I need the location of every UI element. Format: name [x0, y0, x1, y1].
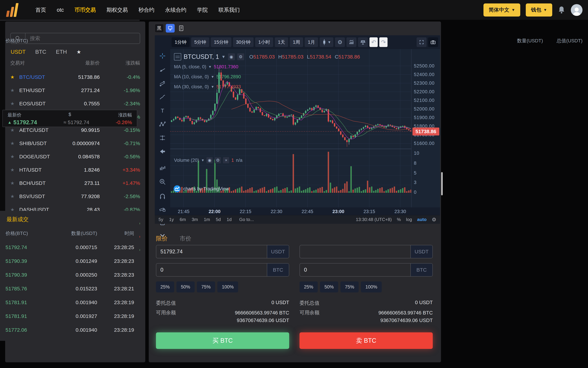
- range-button-6m[interactable]: 6m: [180, 217, 186, 222]
- sell-amount-input[interactable]: [300, 264, 410, 276]
- sell-submit-button[interactable]: 卖 BTC: [299, 332, 433, 349]
- scrollbar-thumb[interactable]: [441, 172, 443, 195]
- zoom-in-tool[interactable]: [158, 177, 167, 187]
- range-button-3m[interactable]: 3m: [192, 217, 198, 222]
- nav-item-6[interactable]: 学院: [197, 6, 208, 14]
- watchlist-row-bsv[interactable]: ★BSV/USDT77.9208-2.56%: [5, 190, 145, 203]
- range-button-5y[interactable]: 5y: [158, 217, 163, 222]
- goto-button[interactable]: Go to...: [239, 217, 254, 222]
- star-icon[interactable]: ★: [10, 88, 19, 93]
- watchlist-row-shib[interactable]: ★SHIB/USDT0.00000974-0.71%: [5, 137, 145, 150]
- volume-legend[interactable]: Volume (20)▼ ◉ ⚙ × 1 n/a: [174, 157, 242, 163]
- range-button-1y[interactable]: 1y: [169, 217, 174, 222]
- depth-view-button[interactable]: [177, 24, 186, 33]
- trade-row-6[interactable]: 51772.060.00194023:28:19: [0, 323, 140, 337]
- user-avatar[interactable]: [571, 4, 582, 16]
- ma5-legend[interactable]: MA (5, close, 0)▼ 51801.7360: [174, 64, 238, 70]
- text-tool[interactable]: T: [158, 106, 167, 116]
- star-icon[interactable]: ★: [10, 167, 19, 173]
- eye-icon[interactable]: ◉: [206, 157, 213, 163]
- brush-tool[interactable]: [158, 92, 167, 102]
- close-icon[interactable]: ×: [223, 157, 229, 163]
- legend-menu-icon[interactable]: [174, 53, 181, 60]
- buy-percent-75[interactable]: 75%: [197, 281, 215, 293]
- nav-item-2[interactable]: 币币交易: [74, 6, 96, 14]
- watchlist-tab-eth[interactable]: ETH: [56, 49, 67, 55]
- trendline-tool[interactable]: [158, 65, 167, 75]
- star-icon[interactable]: ★: [10, 194, 19, 199]
- brand-logo[interactable]: [6, 3, 18, 17]
- buy-percent-50[interactable]: 50%: [176, 281, 195, 293]
- hide-drawings-arrow[interactable]: [158, 147, 167, 156]
- watchlist-tab-usdt[interactable]: USDT: [11, 49, 26, 55]
- watchlist-row-eos[interactable]: ★EOS/USDT0.7555-2.34%: [5, 97, 145, 110]
- chart-view-button[interactable]: [166, 24, 175, 33]
- candlestick-chart[interactable]: [170, 49, 411, 207]
- percent-scale-button[interactable]: %: [397, 217, 401, 222]
- nav-item-1[interactable]: otc: [57, 7, 64, 13]
- nav-item-7[interactable]: 联系我们: [218, 6, 240, 14]
- watchlist-row-btc[interactable]: ★BTC/USDT51738.86-0.4%: [5, 70, 145, 84]
- buy-submit-button[interactable]: 买 BTC: [156, 332, 289, 349]
- tab-limit-order[interactable]: 限价: [156, 235, 168, 242]
- wallet-button[interactable]: 钱包▼: [526, 3, 552, 17]
- sell-price-input[interactable]: [300, 245, 410, 258]
- watchlist-row-bch[interactable]: ★BCH/USDT273.11+1.47%: [5, 176, 145, 190]
- axis-settings-gear-icon[interactable]: ⚙: [432, 217, 436, 222]
- star-icon[interactable]: ★: [10, 154, 19, 159]
- star-icon[interactable]: ★: [10, 74, 19, 80]
- buy-amount-input[interactable]: [156, 264, 267, 276]
- nav-item-4[interactable]: 秒合约: [138, 6, 154, 14]
- measure-lock-tool[interactable]: [158, 204, 167, 214]
- buy-percent-25[interactable]: 25%: [156, 281, 174, 293]
- sell-percent-100[interactable]: 100%: [361, 281, 382, 293]
- buy-price-input[interactable]: [156, 245, 267, 258]
- chevron-down-icon[interactable]: ▼: [221, 54, 226, 59]
- gear-icon[interactable]: ⚙: [215, 157, 221, 163]
- star-icon[interactable]: ★: [10, 101, 19, 106]
- trade-row-0[interactable]: 51792.740.00071523:28:25: [0, 240, 140, 254]
- nav-item-5[interactable]: 永续合约: [165, 6, 186, 14]
- trade-row-5[interactable]: 51781.910.00192723:28:19: [0, 309, 140, 323]
- trade-row-4[interactable]: 51781.910.00194023:28:19: [0, 295, 140, 309]
- pattern-tool[interactable]: [158, 120, 167, 129]
- tab-market-order[interactable]: 市价: [180, 235, 191, 242]
- symbol-title[interactable]: BTCUSDT, 1: [184, 53, 219, 60]
- range-button-5d[interactable]: 5d: [216, 217, 221, 222]
- pitchfork-tool[interactable]: [158, 79, 167, 89]
- star-icon[interactable]: ★: [10, 141, 19, 146]
- theme-toggle-button[interactable]: 黑: [155, 24, 164, 33]
- crosshair-tool[interactable]: [158, 51, 167, 61]
- notification-bell-icon[interactable]: [558, 6, 565, 14]
- sell-percent-75[interactable]: 75%: [340, 281, 359, 293]
- sell-percent-50[interactable]: 50%: [320, 281, 338, 293]
- clock-label[interactable]: 13:30:48 (UTC+8): [356, 217, 392, 222]
- position-tool[interactable]: [158, 133, 167, 143]
- eye-icon[interactable]: ◉: [228, 53, 235, 60]
- trade-row-3[interactable]: 51785.760.01522323:28:21: [0, 282, 140, 295]
- watchlist-tab-favorites[interactable]: ★: [77, 49, 81, 55]
- watchlist-row-doge[interactable]: ★DOGE/USDT0.084578-0.56%: [5, 150, 145, 163]
- range-button-1m[interactable]: 1m: [204, 217, 210, 222]
- log-scale-button[interactable]: log: [406, 217, 412, 222]
- range-button-1d[interactable]: 1d: [227, 217, 232, 222]
- ma10-legend[interactable]: MA (10, close, 0)▼ 51796.2890: [174, 74, 241, 80]
- price-axis[interactable]: 52500.0052400.0052300.0052200.0052100.00…: [411, 49, 440, 207]
- star-icon[interactable]: ★: [10, 127, 19, 133]
- sell-percent-25[interactable]: 25%: [299, 281, 318, 293]
- trade-row-1[interactable]: 51790.390.00124923:28:23: [0, 254, 140, 268]
- time-axis[interactable]: 21:4522:0022:1522:3022:4523:0023:1523:30: [170, 208, 411, 215]
- star-icon[interactable]: ★: [10, 180, 19, 186]
- trade-row-2[interactable]: 51790.390.00025023:28:23: [0, 268, 140, 282]
- nav-item-0[interactable]: 首页: [35, 6, 46, 14]
- last-price-ticker[interactable]: 最新价 $ 涨跌幅 ▲51792.74 ≈ 51792.74 -0.26%: [2, 110, 137, 127]
- ma30-legend[interactable]: MA (30, close, 0)▼ 51777.4933: [174, 84, 241, 90]
- watchlist-row-ht[interactable]: ★HT/USDT1.8246+3.34%: [5, 163, 145, 176]
- language-button[interactable]: 简体中文▼: [483, 3, 520, 17]
- watchlist-row-eth[interactable]: ★ETH/USDT2771.24-1.96%: [5, 84, 145, 97]
- watchlist-tab-btc[interactable]: BTC: [35, 49, 46, 55]
- nav-item-3[interactable]: 期权交易: [106, 6, 128, 14]
- auto-scale-button[interactable]: auto: [417, 217, 427, 222]
- gear-icon[interactable]: ⚙: [237, 53, 244, 60]
- magnet-tool[interactable]: [158, 192, 167, 201]
